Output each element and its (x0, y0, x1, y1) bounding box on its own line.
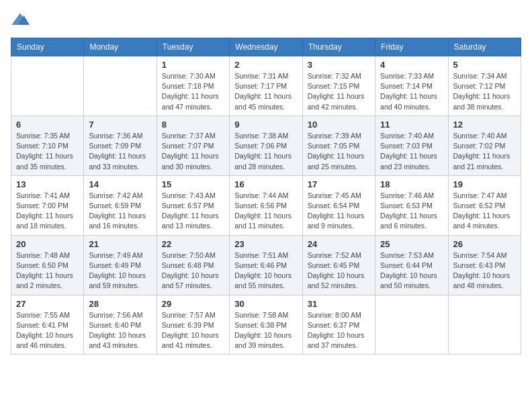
calendar-cell (448, 295, 521, 355)
day-info: Sunrise: 7:32 AM Sunset: 7:15 PM Dayligh… (308, 71, 370, 112)
calendar-cell: 2Sunrise: 7:31 AM Sunset: 7:17 PM Daylig… (230, 56, 302, 116)
calendar-cell: 9Sunrise: 7:38 AM Sunset: 7:06 PM Daylig… (230, 116, 302, 175)
day-info: Sunrise: 7:48 AM Sunset: 6:50 PM Dayligh… (16, 250, 79, 291)
col-header-tuesday: Tuesday (157, 38, 229, 56)
day-number: 26 (453, 239, 516, 249)
calendar-cell: 24Sunrise: 7:52 AM Sunset: 6:45 PM Dayli… (302, 235, 375, 295)
logo (11, 11, 32, 30)
day-info: Sunrise: 7:58 AM Sunset: 6:38 PM Dayligh… (234, 310, 297, 351)
day-number: 17 (308, 179, 370, 189)
day-info: Sunrise: 7:49 AM Sunset: 6:49 PM Dayligh… (89, 250, 151, 291)
calendar-cell: 25Sunrise: 7:53 AM Sunset: 6:44 PM Dayli… (375, 235, 448, 295)
calendar-cell: 22Sunrise: 7:50 AM Sunset: 6:48 PM Dayli… (157, 235, 229, 295)
day-number: 31 (308, 299, 370, 309)
day-info: Sunrise: 7:46 AM Sunset: 6:53 PM Dayligh… (380, 191, 443, 232)
day-info: Sunrise: 7:33 AM Sunset: 7:14 PM Dayligh… (380, 71, 443, 112)
day-info: Sunrise: 7:38 AM Sunset: 7:06 PM Dayligh… (234, 131, 297, 172)
calendar-cell: 19Sunrise: 7:47 AM Sunset: 6:52 PM Dayli… (448, 175, 521, 235)
calendar-cell: 17Sunrise: 7:45 AM Sunset: 6:54 PM Dayli… (302, 175, 375, 235)
calendar-cell: 23Sunrise: 7:51 AM Sunset: 6:46 PM Dayli… (230, 235, 302, 295)
calendar-cell: 6Sunrise: 7:35 AM Sunset: 7:10 PM Daylig… (11, 116, 84, 175)
col-header-friday: Friday (375, 38, 448, 56)
calendar-cell (375, 295, 448, 355)
day-number: 14 (89, 179, 151, 189)
day-number: 4 (380, 60, 443, 70)
day-number: 28 (89, 299, 151, 309)
day-number: 3 (308, 60, 370, 70)
day-info: Sunrise: 7:40 AM Sunset: 7:03 PM Dayligh… (380, 131, 443, 172)
calendar-cell (11, 56, 84, 116)
day-number: 19 (453, 179, 516, 189)
day-number: 9 (234, 120, 297, 130)
calendar-cell: 11Sunrise: 7:40 AM Sunset: 7:03 PM Dayli… (375, 116, 448, 175)
logo-icon (11, 11, 30, 30)
day-info: Sunrise: 7:41 AM Sunset: 7:00 PM Dayligh… (16, 191, 79, 232)
day-info: Sunrise: 7:37 AM Sunset: 7:07 PM Dayligh… (162, 131, 224, 172)
day-number: 2 (234, 60, 297, 70)
day-info: Sunrise: 7:43 AM Sunset: 6:57 PM Dayligh… (162, 191, 224, 232)
calendar-cell: 13Sunrise: 7:41 AM Sunset: 7:00 PM Dayli… (11, 175, 84, 235)
calendar-cell: 27Sunrise: 7:55 AM Sunset: 6:41 PM Dayli… (11, 295, 84, 355)
day-info: Sunrise: 7:47 AM Sunset: 6:52 PM Dayligh… (453, 191, 516, 232)
day-number: 15 (162, 179, 224, 189)
calendar-table: SundayMondayTuesdayWednesdayThursdayFrid… (11, 38, 521, 355)
day-number: 7 (89, 120, 151, 130)
calendar-cell: 18Sunrise: 7:46 AM Sunset: 6:53 PM Dayli… (375, 175, 448, 235)
calendar-week-row: 13Sunrise: 7:41 AM Sunset: 7:00 PM Dayli… (11, 175, 521, 235)
calendar-header-row: SundayMondayTuesdayWednesdayThursdayFrid… (11, 38, 521, 56)
day-number: 30 (234, 299, 297, 309)
day-info: Sunrise: 7:51 AM Sunset: 6:46 PM Dayligh… (234, 250, 297, 291)
day-info: Sunrise: 7:56 AM Sunset: 6:40 PM Dayligh… (89, 310, 151, 351)
day-number: 6 (16, 120, 79, 130)
day-info: Sunrise: 7:52 AM Sunset: 6:45 PM Dayligh… (308, 250, 370, 291)
calendar-cell: 30Sunrise: 7:58 AM Sunset: 6:38 PM Dayli… (230, 295, 302, 355)
calendar-week-row: 27Sunrise: 7:55 AM Sunset: 6:41 PM Dayli… (11, 295, 521, 355)
calendar-cell: 26Sunrise: 7:54 AM Sunset: 6:43 PM Dayli… (448, 235, 521, 295)
day-info: Sunrise: 7:45 AM Sunset: 6:54 PM Dayligh… (308, 191, 370, 232)
day-number: 27 (16, 299, 79, 309)
col-header-wednesday: Wednesday (230, 38, 302, 56)
day-info: Sunrise: 7:39 AM Sunset: 7:05 PM Dayligh… (308, 131, 370, 172)
day-info: Sunrise: 7:57 AM Sunset: 6:39 PM Dayligh… (162, 310, 224, 351)
day-info: Sunrise: 7:31 AM Sunset: 7:17 PM Dayligh… (234, 71, 297, 112)
calendar-cell: 28Sunrise: 7:56 AM Sunset: 6:40 PM Dayli… (84, 295, 157, 355)
calendar-cell: 16Sunrise: 7:44 AM Sunset: 6:56 PM Dayli… (230, 175, 302, 235)
calendar-cell: 7Sunrise: 7:36 AM Sunset: 7:09 PM Daylig… (84, 116, 157, 175)
day-number: 10 (308, 120, 370, 130)
calendar-cell: 4Sunrise: 7:33 AM Sunset: 7:14 PM Daylig… (375, 56, 448, 116)
day-info: Sunrise: 7:35 AM Sunset: 7:10 PM Dayligh… (16, 131, 79, 172)
day-number: 21 (89, 239, 151, 249)
calendar-cell: 12Sunrise: 7:40 AM Sunset: 7:02 PM Dayli… (448, 116, 521, 175)
day-info: Sunrise: 8:00 AM Sunset: 6:37 PM Dayligh… (308, 310, 370, 351)
day-number: 25 (380, 239, 443, 249)
calendar-cell: 1Sunrise: 7:30 AM Sunset: 7:18 PM Daylig… (157, 56, 229, 116)
calendar-cell: 21Sunrise: 7:49 AM Sunset: 6:49 PM Dayli… (84, 235, 157, 295)
day-number: 20 (16, 239, 79, 249)
day-number: 23 (234, 239, 297, 249)
day-info: Sunrise: 7:44 AM Sunset: 6:56 PM Dayligh… (234, 191, 297, 232)
day-number: 18 (380, 179, 443, 189)
calendar-cell (84, 56, 157, 116)
day-number: 16 (234, 179, 297, 189)
day-number: 1 (162, 60, 224, 70)
day-info: Sunrise: 7:40 AM Sunset: 7:02 PM Dayligh… (453, 131, 516, 172)
calendar-week-row: 1Sunrise: 7:30 AM Sunset: 7:18 PM Daylig… (11, 56, 521, 116)
col-header-saturday: Saturday (448, 38, 521, 56)
day-number: 8 (162, 120, 224, 130)
day-info: Sunrise: 7:50 AM Sunset: 6:48 PM Dayligh… (162, 250, 224, 291)
calendar-cell: 14Sunrise: 7:42 AM Sunset: 6:59 PM Dayli… (84, 175, 157, 235)
day-number: 12 (453, 120, 516, 130)
col-header-sunday: Sunday (11, 38, 84, 56)
day-info: Sunrise: 7:54 AM Sunset: 6:43 PM Dayligh… (453, 250, 516, 291)
day-number: 22 (162, 239, 224, 249)
day-number: 29 (162, 299, 224, 309)
day-info: Sunrise: 7:42 AM Sunset: 6:59 PM Dayligh… (89, 191, 151, 232)
col-header-thursday: Thursday (302, 38, 375, 56)
day-number: 11 (380, 120, 443, 130)
calendar-cell: 10Sunrise: 7:39 AM Sunset: 7:05 PM Dayli… (302, 116, 375, 175)
calendar-cell: 8Sunrise: 7:37 AM Sunset: 7:07 PM Daylig… (157, 116, 229, 175)
calendar-cell: 15Sunrise: 7:43 AM Sunset: 6:57 PM Dayli… (157, 175, 229, 235)
col-header-monday: Monday (84, 38, 157, 56)
day-info: Sunrise: 7:30 AM Sunset: 7:18 PM Dayligh… (162, 71, 224, 112)
day-number: 5 (453, 60, 516, 70)
